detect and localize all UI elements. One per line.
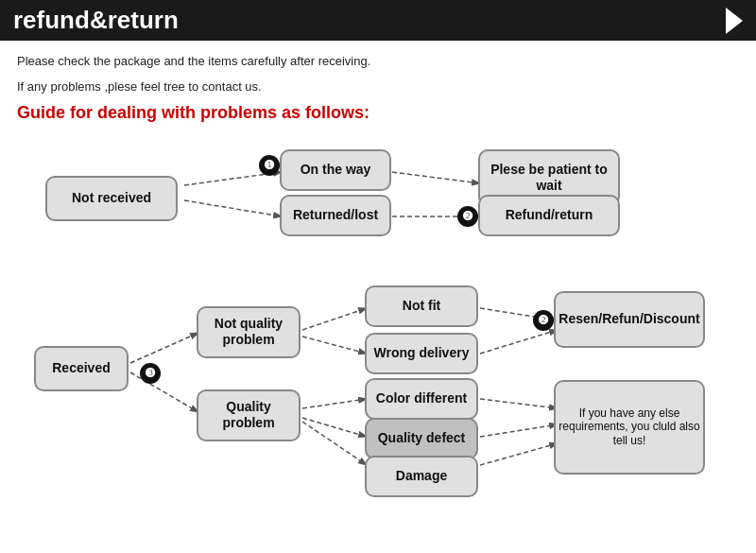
on-the-way-label: On the way [301, 162, 371, 178]
svg-line-7 [130, 333, 198, 363]
received-box: Received [34, 346, 129, 391]
damage-label: Damage [396, 468, 447, 484]
svg-line-12 [302, 418, 367, 437]
returned-label: Returned/lost [293, 207, 378, 223]
not-received-box: Not received [45, 176, 178, 221]
svg-line-13 [302, 422, 367, 465]
on-the-way-box: On the way [280, 149, 391, 191]
svg-line-11 [302, 399, 367, 408]
color-diff-box: Color different [365, 378, 478, 420]
svg-line-16 [480, 399, 558, 408]
quality-label: Quality problem [198, 399, 299, 431]
badge-2-top: ❷ [457, 206, 478, 227]
returned-box: Returned/lost [280, 195, 391, 236]
svg-line-4 [392, 172, 480, 183]
if-you-box: If you have any else requirements, you c… [554, 380, 705, 475]
badge-2-bottom: ❷ [533, 310, 554, 331]
not-fit-box: Not fit [365, 285, 478, 327]
if-you-label: If you have any else requirements, you c… [556, 406, 703, 447]
intro-line2: If any problems ,plese feel tree to cont… [17, 78, 739, 97]
svg-line-10 [302, 337, 367, 354]
quality-defect-box: Quality defect [365, 418, 478, 459]
received-label: Received [52, 360, 110, 376]
resen-box: Resen/Refun/Discount [554, 291, 705, 348]
guide-title: Guide for dealing with problems as follo… [17, 103, 739, 123]
badge-1: ❶ [259, 155, 280, 176]
resen-label: Resen/Refun/Discount [558, 311, 699, 327]
refund-label: Refund/return [506, 207, 593, 223]
not-quality-box: Not quality problem [197, 306, 301, 358]
intro-line1: Please check the package and the items c… [17, 52, 739, 72]
svg-line-18 [480, 443, 558, 465]
color-diff-label: Color different [376, 390, 467, 406]
quality-defect-label: Quality defect [378, 430, 466, 446]
svg-line-9 [302, 308, 367, 330]
header-title: refund&return [13, 6, 179, 35]
not-fit-label: Not fit [403, 298, 440, 314]
svg-line-15 [480, 330, 558, 354]
wrong-delivery-box: Wrong delivery [365, 333, 478, 374]
not-quality-label: Not quality problem [198, 316, 299, 348]
damage-box: Damage [365, 456, 478, 497]
refund-box: Refund/return [478, 195, 620, 236]
badge-3: ❸ [140, 363, 161, 384]
wrong-delivery-label: Wrong delivery [374, 345, 470, 361]
header-arrow-icon [726, 8, 743, 34]
quality-box: Quality problem [197, 389, 301, 441]
svg-line-3 [184, 200, 282, 216]
patient-label: Plese be patient to wait [480, 162, 618, 194]
header: refund&return [0, 0, 756, 41]
not-received-label: Not received [72, 190, 151, 206]
svg-line-17 [480, 424, 558, 437]
